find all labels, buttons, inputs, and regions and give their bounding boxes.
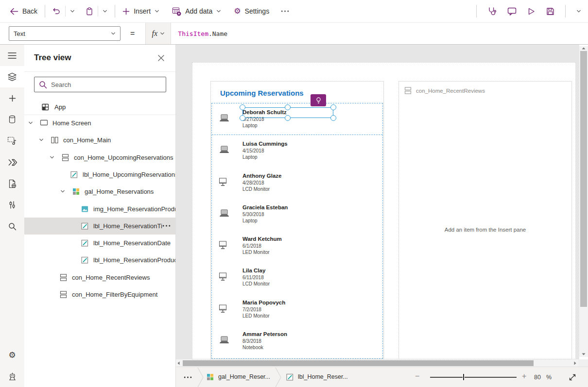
- reservation-name[interactable]: Anthony Glaze: [242, 172, 282, 180]
- tree-item-img_Home_ReservationProdu[interactable]: img_Home_ReservationProdu: [24, 201, 175, 218]
- expand-chevron-icon[interactable]: [60, 189, 65, 194]
- reservation-name[interactable]: Ward Ketchum: [242, 236, 282, 243]
- reservation-product[interactable]: LCD Monitor: [242, 186, 282, 192]
- back-button[interactable]: Back: [10, 7, 37, 15]
- rail-plus-button[interactable]: [0, 87, 24, 109]
- fx-dropdown[interactable]: fx: [146, 23, 171, 44]
- reservation-date[interactable]: 5/30/2018: [242, 211, 288, 218]
- tree-item-con_Home_RecentReviews[interactable]: con_Home_RecentReviews: [24, 269, 175, 286]
- more-commands-button[interactable]: [281, 10, 289, 12]
- gallery-item-5[interactable]: Ward Ketchum6/1/2018LED Monitor: [212, 230, 382, 262]
- rail-menu-button[interactable]: [0, 45, 24, 66]
- reservation-name[interactable]: Ammar Peterson: [242, 331, 287, 338]
- zoom-slider-thumb[interactable]: [463, 373, 465, 381]
- scroll-up-icon[interactable]: [582, 47, 586, 50]
- reservation-date[interactable]: 4/15/2018: [242, 148, 288, 154]
- selected-label-outline[interactable]: [242, 107, 333, 118]
- selection-handle[interactable]: [285, 104, 291, 110]
- reservation-product[interactable]: Laptop: [242, 154, 288, 160]
- undo-button[interactable]: [52, 7, 61, 15]
- rail-database-button[interactable]: [0, 109, 24, 130]
- tree-item-gal_Home_Reservations[interactable]: gal_Home_Reservations: [24, 183, 175, 200]
- zoom-slider[interactable]: [430, 377, 517, 378]
- rail-media-button[interactable]: [0, 130, 24, 151]
- rail-tree-layers-button[interactable]: [0, 66, 24, 87]
- rail-tools-button[interactable]: [0, 194, 24, 216]
- reservation-product[interactable]: LED Monitor: [242, 249, 282, 255]
- app-checker-button[interactable]: [487, 7, 497, 16]
- tree-item-Home Screen[interactable]: Home Screen: [24, 115, 175, 132]
- breadcrumb-gallery[interactable]: gal_Home_Reser...: [206, 367, 270, 387]
- save-menu-chevron-icon[interactable]: [576, 9, 581, 14]
- reservation-name[interactable]: Graciela Esteban: [242, 204, 288, 211]
- reservation-name[interactable]: Luisa Cummings: [242, 140, 288, 148]
- zoom-out-button[interactable]: −: [415, 372, 419, 381]
- tree-item-lbl_Home_ReservationTi[interactable]: lbl_Home_ReservationTi: [24, 218, 175, 235]
- breadcrumb-overflow-button[interactable]: [184, 376, 192, 378]
- fit-to-window-button[interactable]: [569, 373, 576, 381]
- recent-reviews-container[interactable]: con_Home_RecentReviews Add an item from …: [398, 81, 572, 359]
- tree-item-con_Home_FilterByEquipment[interactable]: con_Home_FilterByEquipment: [24, 286, 175, 303]
- search-input[interactable]: Search: [34, 77, 166, 92]
- item-menu-button[interactable]: [162, 225, 171, 227]
- gallery-item-4[interactable]: Graciela Esteban5/30/2018Laptop: [212, 199, 382, 230]
- expand-chevron-icon[interactable]: [28, 120, 33, 125]
- gallery-item-6[interactable]: Lila Clay6/11/2018LCD Monitor: [212, 262, 382, 293]
- undo-menu-chevron-icon[interactable]: [70, 9, 75, 14]
- gallery-item-1[interactable]: Deborah Schultz3/27/2018Laptop: [212, 103, 382, 135]
- selection-handle[interactable]: [240, 115, 245, 121]
- rail-gear-button[interactable]: ⚙: [0, 344, 24, 366]
- tree-item-app[interactable]: App: [24, 99, 175, 115]
- upcoming-reservations-container[interactable]: Upcoming Reservations Deborah Schultz3/2…: [210, 81, 384, 359]
- reservation-date[interactable]: 7/2/2018: [242, 306, 285, 313]
- rail-search-button[interactable]: [0, 216, 24, 237]
- horizontal-scrollbar[interactable]: [176, 359, 578, 367]
- gallery-item-2[interactable]: Luisa Cummings4/15/2018Laptop: [212, 135, 382, 167]
- selection-handle[interactable]: [330, 104, 336, 110]
- idea-suggestion-badge[interactable]: [311, 94, 326, 106]
- selection-handle[interactable]: [285, 115, 291, 121]
- rail-ai-page-button[interactable]: [0, 173, 24, 194]
- reservation-product[interactable]: Notebook: [242, 344, 287, 351]
- gallery-item-7[interactable]: Maria Popovych7/2/2018LED Monitor: [212, 294, 382, 325]
- tree-item-con_Home_Main[interactable]: con_Home_Main: [24, 132, 175, 149]
- scroll-left-icon[interactable]: [177, 361, 180, 365]
- paste-button[interactable]: [86, 7, 93, 16]
- zoom-in-button[interactable]: +: [522, 372, 526, 381]
- comments-button[interactable]: [507, 7, 517, 16]
- tree-item-lbl_Home_UpcomingReservations[interactable]: lbl_Home_UpcomingReservations: [24, 166, 175, 183]
- tree-item-con_Home_UpcomingReservations[interactable]: con_Home_UpcomingReservations: [24, 149, 175, 166]
- reservation-product[interactable]: Laptop: [242, 218, 288, 224]
- upcoming-reservations-title[interactable]: Upcoming Reservations: [220, 89, 304, 97]
- paste-menu-chevron-icon[interactable]: [103, 9, 107, 14]
- expand-chevron-icon[interactable]: [39, 137, 44, 142]
- reservation-date[interactable]: 6/1/2018: [242, 243, 282, 249]
- vertical-scrollbar-thumb[interactable]: [580, 51, 587, 307]
- reservation-date[interactable]: 4/28/2018: [242, 180, 282, 186]
- tree-item-lbl_Home_ReservationDate[interactable]: lbl_Home_ReservationDate: [24, 235, 175, 252]
- reservation-date[interactable]: 8/3/2018: [242, 338, 287, 344]
- formula-input[interactable]: ThisItem.Name: [171, 23, 227, 44]
- reservation-product[interactable]: LCD Monitor: [242, 281, 270, 287]
- expand-chevron-icon[interactable]: [50, 155, 54, 160]
- gallery-item-3[interactable]: Anthony Glaze4/28/2018LCD Monitor: [212, 167, 382, 199]
- reservation-date[interactable]: 6/11/2018: [242, 274, 270, 281]
- property-dropdown[interactable]: Text: [9, 26, 121, 41]
- preview-button[interactable]: [527, 7, 536, 16]
- settings-button[interactable]: ⚙ Settings: [234, 7, 269, 15]
- vertical-scrollbar[interactable]: [579, 46, 588, 357]
- scroll-down-icon[interactable]: [582, 353, 586, 355]
- breadcrumb-label[interactable]: lbl_Home_Reser...: [286, 367, 348, 387]
- reservation-name[interactable]: Lila Clay: [242, 267, 270, 274]
- tree-item-lbl_Home_ReservationProduc[interactable]: lbl_Home_ReservationProduc: [24, 252, 175, 269]
- horizontal-scrollbar-thumb[interactable]: [183, 360, 534, 366]
- save-button[interactable]: [546, 7, 554, 16]
- selection-handle[interactable]: [330, 115, 336, 121]
- add-data-button[interactable]: Add data: [172, 7, 221, 16]
- reservation-product[interactable]: LED Monitor: [242, 313, 285, 319]
- scroll-right-icon[interactable]: [574, 361, 576, 365]
- selection-handle[interactable]: [240, 104, 245, 110]
- reservation-name[interactable]: Maria Popovych: [242, 299, 285, 306]
- gallery-item-8[interactable]: Ammar Peterson8/3/2018Notebook: [212, 325, 382, 357]
- reservations-gallery[interactable]: Deborah Schultz3/27/2018LaptopLuisa Cumm…: [211, 103, 383, 359]
